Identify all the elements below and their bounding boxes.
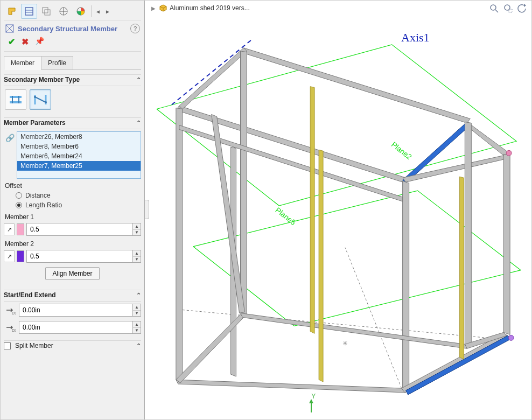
extend-d2-input[interactable] bbox=[19, 321, 133, 334]
collapse-chevron-icon: ⌃ bbox=[136, 292, 141, 299]
svg-marker-41 bbox=[179, 125, 403, 201]
list-item[interactable]: Member26, Member8 bbox=[17, 132, 141, 142]
radio-icon bbox=[16, 202, 22, 208]
svg-marker-39 bbox=[465, 122, 471, 346]
collapse-chevron-icon: ⌃ bbox=[136, 342, 141, 349]
svg-marker-36 bbox=[176, 108, 183, 382]
plane2-label[interactable]: Plane2 bbox=[390, 140, 414, 162]
member-pairs-list[interactable]: Member26, Member8 Member8, Member6 Membe… bbox=[17, 131, 141, 179]
svg-marker-40 bbox=[503, 154, 510, 334]
support-plane-member-button[interactable] bbox=[5, 89, 26, 110]
svg-marker-44 bbox=[176, 380, 406, 393]
display-manager-tab-icon[interactable] bbox=[73, 4, 89, 19]
spinner-up-icon[interactable]: ▲ bbox=[133, 250, 141, 257]
svg-marker-51 bbox=[459, 177, 464, 359]
pushpin-icon[interactable]: 📌 bbox=[35, 37, 44, 47]
member1-value-input[interactable] bbox=[26, 223, 133, 236]
svg-marker-34 bbox=[467, 122, 508, 156]
graphics-viewport[interactable]: ▶ Aluminum shed 2019 vers... Axis1 bbox=[145, 1, 531, 419]
spinner-down-icon[interactable]: ▼ bbox=[133, 230, 141, 236]
list-item[interactable]: Member6, Member24 bbox=[17, 151, 141, 161]
tab-profile[interactable]: Profile bbox=[41, 56, 73, 70]
member2-flip-button[interactable]: ↗ bbox=[4, 250, 15, 262]
offset-distance-radio[interactable]: Distance bbox=[4, 191, 141, 200]
spinner-up-icon[interactable]: ▲ bbox=[133, 321, 141, 328]
cancel-button[interactable]: ✖ bbox=[22, 37, 29, 47]
svg-rect-12 bbox=[10, 96, 22, 98]
panel-toolbar-next-icon[interactable]: ► bbox=[103, 6, 112, 17]
collapse-chevron-icon: ⌃ bbox=[136, 120, 141, 127]
extend-d2-icon: D2 bbox=[4, 321, 17, 333]
panel-toolbar-prev-icon[interactable]: ◄ bbox=[94, 6, 102, 17]
feature-manager-tab-icon[interactable] bbox=[4, 4, 20, 19]
svg-marker-47 bbox=[241, 313, 467, 348]
offset-length-ratio-radio[interactable]: Length Ratio bbox=[4, 200, 141, 210]
collapse-chevron-icon: ⌃ bbox=[136, 76, 141, 83]
dimxpert-manager-tab-icon[interactable] bbox=[55, 4, 72, 19]
svg-point-54 bbox=[506, 150, 512, 156]
secondary-structural-member-icon bbox=[5, 24, 15, 33]
svg-marker-32 bbox=[179, 48, 247, 109]
offset-label: Offset bbox=[4, 179, 141, 191]
svg-point-55 bbox=[508, 335, 514, 340]
member1-color-swatch bbox=[17, 223, 24, 235]
member2-label: Member 2 bbox=[4, 237, 141, 249]
section-secondary-member-type[interactable]: Secondary Member Type ⌃ bbox=[4, 74, 141, 86]
property-tabs: Member Profile bbox=[4, 56, 141, 70]
svg-rect-13 bbox=[10, 101, 22, 103]
spinner-up-icon[interactable]: ▲ bbox=[133, 223, 141, 230]
spinner-up-icon[interactable]: ▲ bbox=[133, 304, 141, 311]
panel-toolbar: ◄ ► bbox=[4, 3, 141, 20]
svg-marker-37 bbox=[403, 181, 409, 390]
svg-text:D1: D1 bbox=[12, 311, 16, 315]
spinner-down-icon[interactable]: ▼ bbox=[133, 257, 141, 263]
align-member-button[interactable]: Align Member bbox=[45, 267, 99, 280]
svg-point-19 bbox=[34, 96, 36, 98]
help-icon[interactable]: ? bbox=[130, 24, 140, 33]
svg-marker-30 bbox=[241, 48, 471, 123]
svg-marker-38 bbox=[241, 51, 247, 316]
svg-rect-4 bbox=[45, 10, 50, 15]
svg-line-28 bbox=[345, 248, 402, 388]
tab-member[interactable]: Member bbox=[4, 56, 41, 70]
svg-marker-52 bbox=[319, 150, 323, 382]
selection-link-icon[interactable]: 🔗 bbox=[4, 131, 16, 179]
svg-marker-45 bbox=[402, 333, 508, 393]
spinner-down-icon[interactable]: ▼ bbox=[133, 311, 141, 317]
view-triad[interactable]: Y bbox=[303, 399, 325, 415]
radio-icon bbox=[16, 192, 22, 199]
spinner-down-icon[interactable]: ▼ bbox=[133, 328, 141, 334]
model-geometry: Plane2 Plane5 bbox=[145, 1, 531, 419]
member1-label: Member 1 bbox=[4, 210, 141, 222]
property-manager-tab-icon[interactable] bbox=[21, 4, 37, 19]
list-item[interactable]: Member8, Member6 bbox=[17, 142, 141, 151]
property-manager-panel: ◄ ► Secondary Structural Member ? ✔ ✖ 📌 … bbox=[1, 1, 145, 419]
svg-point-20 bbox=[45, 101, 47, 103]
svg-rect-3 bbox=[43, 8, 48, 13]
svg-text:D2: D2 bbox=[12, 328, 16, 332]
configuration-manager-tab-icon[interactable] bbox=[38, 4, 54, 19]
member2-color-swatch bbox=[17, 250, 24, 262]
between-points-member-button[interactable] bbox=[30, 89, 51, 110]
member2-value-input[interactable] bbox=[26, 250, 133, 263]
feature-title: Secondary Structural Member bbox=[18, 25, 127, 33]
member1-flip-button[interactable]: ↗ bbox=[4, 223, 15, 235]
svg-line-18 bbox=[35, 97, 46, 102]
extend-d1-input[interactable] bbox=[19, 304, 133, 317]
svg-rect-0 bbox=[25, 8, 33, 15]
section-member-parameters[interactable]: Member Parameters ⌃ bbox=[4, 117, 141, 129]
section-start-end-extend[interactable]: Start/End Extend ⌃ bbox=[4, 290, 141, 302]
svg-marker-31 bbox=[176, 106, 406, 183]
svg-marker-50 bbox=[310, 87, 314, 334]
split-member-checkbox[interactable] bbox=[4, 342, 11, 349]
ok-button[interactable]: ✔ bbox=[8, 37, 15, 47]
list-item[interactable]: Member7, Member25 bbox=[17, 161, 141, 171]
section-split-member[interactable]: Split Member ⌃ bbox=[4, 340, 141, 352]
extend-d1-icon: D1 bbox=[4, 304, 17, 316]
